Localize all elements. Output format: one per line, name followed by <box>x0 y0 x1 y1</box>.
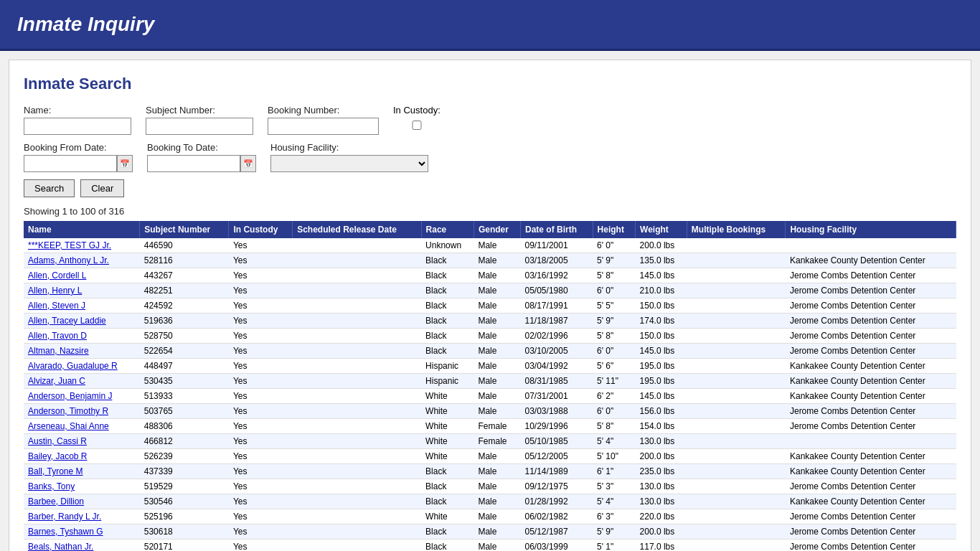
booking-input[interactable] <box>268 118 379 135</box>
custody-label: In Custody: <box>393 105 440 116</box>
search-form: Name: Subject Number: Booking Number: In… <box>24 105 956 197</box>
booking-to-calendar-btn[interactable]: 📅 <box>240 155 256 172</box>
col-name: Name <box>24 221 140 238</box>
table-row: Bailey, Jacob R526239YesWhiteMale05/12/2… <box>24 449 956 464</box>
booking-to-input[interactable] <box>147 155 240 172</box>
col-weight: Weight <box>636 221 687 238</box>
clear-button[interactable]: Clear <box>80 179 124 197</box>
inmate-link[interactable]: Barber, Randy L Jr. <box>28 512 101 522</box>
inmate-link[interactable]: Allen, Henry L <box>28 286 82 296</box>
table-row: Barber, Randy L Jr.525196YesWhiteMale06/… <box>24 509 956 524</box>
inmate-link[interactable]: Arseneau, Shai Anne <box>28 421 109 431</box>
col-subject: Subject Number <box>140 221 229 238</box>
page-title: Inmate Search <box>24 75 956 93</box>
table-row: Barnes, Tyshawn G530618YesBlackMale05/12… <box>24 524 956 540</box>
booking-label: Booking Number: <box>268 105 379 116</box>
table-row: Anderson, Benjamin J513933YesWhiteMale07… <box>24 389 956 404</box>
booking-to-label: Booking To Date: <box>147 142 256 153</box>
inmate-link[interactable]: Barbee, Dillion <box>28 496 84 507</box>
subject-group: Subject Number: <box>146 105 253 135</box>
col-multiple: Multiple Bookings <box>687 221 786 238</box>
col-housing: Housing Facility <box>786 221 956 238</box>
inmate-link[interactable]: Altman, Nazsire <box>28 346 89 356</box>
table-row: Barbee, Dillion530546YesBlackMale01/28/1… <box>24 494 956 509</box>
table-row: Adams, Anthony L Jr.528116YesBlackMale03… <box>24 253 956 268</box>
inmate-link[interactable]: ***KEEP, TEST GJ Jr. <box>28 240 111 250</box>
inmate-link[interactable]: Alvizar, Juan C <box>28 376 85 386</box>
custody-group: In Custody: <box>393 105 440 130</box>
inmate-link[interactable]: Adams, Anthony L Jr. <box>28 255 109 265</box>
search-button[interactable]: Search <box>24 179 75 197</box>
table-row: Allen, Steven J424592YesBlackMale08/17/1… <box>24 298 956 314</box>
table-row: Arseneau, Shai Anne488306YesWhiteFemale1… <box>24 419 956 434</box>
inmate-link[interactable]: Allen, Steven J <box>28 301 85 311</box>
table-row: ***KEEP, TEST GJ Jr.446590YesUnknownMale… <box>24 238 956 253</box>
inmate-link[interactable]: Anderson, Timothy R <box>28 406 108 416</box>
col-gender: Gender <box>473 221 520 238</box>
subject-input[interactable] <box>146 118 253 135</box>
housing-select[interactable]: Kankakee County Detention Center Jerome … <box>270 155 428 172</box>
name-label: Name: <box>24 105 131 116</box>
booking-from-label: Booking From Date: <box>24 142 133 153</box>
table-row: Ball, Tyrone M437339YesBlackMale11/14/19… <box>24 464 956 479</box>
table-row: Austin, Cassi R466812YesWhiteFemale05/10… <box>24 434 956 449</box>
inmate-link[interactable]: Ball, Tyrone M <box>28 466 83 476</box>
name-input[interactable] <box>24 118 131 135</box>
table-row: Alvarado, Guadalupe R448497YesHispanicMa… <box>24 359 956 374</box>
housing-group: Housing Facility: Kankakee County Detent… <box>270 142 428 172</box>
col-height: Height <box>593 221 636 238</box>
col-release: Scheduled Release Date <box>293 221 421 238</box>
inmate-link[interactable]: Bailey, Jacob R <box>28 451 87 461</box>
col-custody: In Custody <box>229 221 293 238</box>
inmate-link[interactable]: Allen, Tracey Laddie <box>28 316 106 326</box>
col-dob: Date of Birth <box>521 221 593 238</box>
booking-from-input[interactable] <box>24 155 117 172</box>
results-count: Showing 1 to 100 of 316 <box>24 206 956 217</box>
inmate-link[interactable]: Alvarado, Guadalupe R <box>28 361 118 371</box>
table-header-row: Name Subject Number In Custody Scheduled… <box>24 221 956 238</box>
inmate-link[interactable]: Beals, Nathan Jr. <box>28 542 93 551</box>
inmate-link[interactable]: Banks, Tony <box>28 481 75 491</box>
booking-to-group: Booking To Date: 📅 <box>147 142 256 172</box>
inmate-link[interactable]: Anderson, Benjamin J <box>28 391 112 401</box>
results-table: Name Subject Number In Custody Scheduled… <box>24 221 956 551</box>
table-row: Altman, Nazsire522654YesBlackMale03/10/2… <box>24 344 956 359</box>
custody-checkbox[interactable] <box>393 121 440 130</box>
name-group: Name: <box>24 105 131 135</box>
table-row: Allen, Tracey Laddie519636YesBlackMale11… <box>24 314 956 329</box>
table-row: Banks, Tony519529YesBlackMale09/12/19755… <box>24 479 956 494</box>
housing-label: Housing Facility: <box>270 142 428 153</box>
app-title: Inmate Inquiry <box>17 13 963 36</box>
booking-from-group: Booking From Date: 📅 <box>24 142 133 172</box>
col-race: Race <box>421 221 473 238</box>
table-row: Allen, Henry L482251YesBlackMale05/05/19… <box>24 283 956 298</box>
table-row: Allen, Travon D528750YesBlackMale02/02/1… <box>24 329 956 344</box>
table-row: Beals, Nathan Jr.520171YesBlackMale06/03… <box>24 540 956 552</box>
inmate-link[interactable]: Allen, Travon D <box>28 331 87 341</box>
booking-group: Booking Number: <box>268 105 379 135</box>
header: Inmate Inquiry <box>0 0 980 51</box>
booking-from-calendar-btn[interactable]: 📅 <box>117 155 133 172</box>
table-row: Anderson, Timothy R503765YesWhiteMale03/… <box>24 404 956 419</box>
inmate-link[interactable]: Austin, Cassi R <box>28 436 87 446</box>
table-row: Allen, Cordell L443267YesBlackMale03/16/… <box>24 268 956 283</box>
inmate-link[interactable]: Barnes, Tyshawn G <box>28 527 103 537</box>
subject-label: Subject Number: <box>146 105 253 116</box>
inmate-link[interactable]: Allen, Cordell L <box>28 270 86 281</box>
table-row: Alvizar, Juan C530435YesHispanicMale08/3… <box>24 374 956 389</box>
